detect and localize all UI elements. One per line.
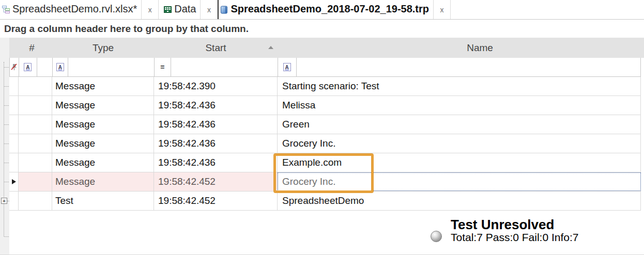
- column-header-name[interactable]: Name: [278, 38, 641, 58]
- row-indicator-cell: [9, 96, 19, 115]
- text-filter-icon: A: [24, 63, 32, 71]
- tab-label[interactable]: SpreadsheetDemo_2018-07-02_19-58.trp: [229, 3, 433, 16]
- status-led-icon: [431, 231, 442, 242]
- current-row-arrow-icon: [12, 179, 16, 184]
- header-indicator-cell: [9, 38, 19, 58]
- tree-tick: [4, 182, 9, 182]
- table-row-selected[interactable]: Message 19:58:42.452 Grocery Inc.: [9, 172, 641, 192]
- status-title: Test Unresolved: [451, 217, 554, 233]
- tree-tick: [4, 67, 9, 68]
- start-filter-input[interactable]: [171, 58, 278, 76]
- name-filter-input[interactable]: [297, 58, 641, 76]
- name-cell[interactable]: SpreadsheetDemo: [278, 192, 641, 210]
- name-cell[interactable]: Melissa: [278, 96, 641, 115]
- row-indicator-cell: [9, 77, 19, 95]
- tab-bar: SpreadsheetDemo.rvl.xlsx* x Data x: [0, 0, 644, 20]
- pin-disabled-icon: [11, 63, 18, 71]
- test-report-window: SpreadsheetDemo.rvl.xlsx* x Data x: [0, 0, 644, 255]
- table-row[interactable]: Message 19:58:42.390 Starting scenario: …: [9, 77, 641, 96]
- hash-cell[interactable]: [19, 134, 52, 153]
- start-filter-type-button[interactable]: =: [155, 58, 171, 76]
- table-row[interactable]: Test 19:58:42.452 SpreadsheetDemo: [9, 192, 641, 211]
- row-indicator-cell: [9, 172, 19, 191]
- equals-filter-icon: =: [160, 63, 164, 71]
- text-filter-icon: A: [56, 63, 64, 71]
- type-filter-input[interactable]: [68, 58, 155, 76]
- name-cell[interactable]: Green: [278, 115, 641, 134]
- hash-cell[interactable]: [19, 153, 52, 172]
- tab-spreadsheetdemo-rvl[interactable]: SpreadsheetDemo.rvl.xlsx*: [0, 0, 141, 19]
- type-filter-type-button[interactable]: A: [53, 58, 68, 76]
- tree-line: [4, 62, 4, 236]
- row-indicator-cell: [9, 153, 19, 172]
- data-spreadsheet-icon: [164, 6, 172, 13]
- sort-ascending-icon: [268, 46, 273, 49]
- type-cell[interactable]: Message: [52, 134, 154, 153]
- tree-tick: [4, 236, 9, 237]
- tree-tick: [4, 105, 9, 106]
- column-header-start[interactable]: Start: [154, 38, 278, 58]
- hash-cell[interactable]: [19, 172, 52, 191]
- table-row[interactable]: Message 19:58:42.436 Melissa: [9, 96, 641, 115]
- name-cell-focused[interactable]: Grocery Inc.: [278, 172, 641, 191]
- table-row[interactable]: Message 19:58:42.436 Example.com: [9, 153, 641, 172]
- column-header-type[interactable]: Type: [52, 38, 154, 58]
- column-header-hash[interactable]: #: [19, 38, 52, 58]
- tab-data[interactable]: Data: [162, 0, 200, 19]
- status-summary: Total:7 Pass:0 Fail:0 Info:7: [451, 231, 578, 244]
- text-filter-icon: A: [283, 63, 291, 71]
- tree-tick: [4, 144, 9, 144]
- row-indicator-cell: [9, 115, 19, 134]
- close-tab-icon[interactable]: x: [141, 0, 159, 19]
- type-cell[interactable]: Message: [52, 115, 154, 134]
- group-by-hint-text: Drag a column header here to group by th…: [0, 23, 249, 35]
- start-cell[interactable]: 19:58:42.436: [154, 134, 278, 153]
- type-cell[interactable]: Test: [52, 192, 154, 210]
- rvl-file-icon: [2, 6, 10, 14]
- grid-rows: Message 19:58:42.390 Starting scenario: …: [9, 77, 641, 211]
- start-cell[interactable]: 19:58:42.452: [154, 192, 278, 210]
- close-tab-icon[interactable]: x: [433, 0, 451, 19]
- type-cell[interactable]: Message: [52, 77, 154, 95]
- test-report-icon: [221, 6, 228, 14]
- name-cell[interactable]: Grocery Inc.: [278, 134, 641, 153]
- start-cell[interactable]: 19:58:42.436: [154, 115, 278, 134]
- tree-tick: [4, 86, 9, 87]
- name-filter-type-button[interactable]: A: [278, 58, 297, 76]
- group-by-panel[interactable]: Drag a column header here to group by th…: [0, 20, 644, 38]
- start-cell[interactable]: 19:58:42.390: [154, 77, 278, 95]
- tab-label[interactable]: Data: [173, 3, 200, 16]
- row-indicator-cell: [9, 192, 19, 210]
- hash-cell[interactable]: [19, 115, 52, 134]
- hash-filter-type-button[interactable]: A: [19, 58, 37, 76]
- row-indicator-cell: [9, 134, 19, 153]
- table-row[interactable]: Message 19:58:42.436 Green: [9, 115, 641, 134]
- hash-cell[interactable]: [19, 192, 52, 210]
- name-cell[interactable]: Example.com: [278, 153, 641, 172]
- pin-filter-cell[interactable]: [10, 58, 19, 76]
- tab-label[interactable]: SpreadsheetDemo.rvl.xlsx*: [11, 3, 141, 16]
- close-tab-icon[interactable]: x: [200, 0, 218, 19]
- hash-cell[interactable]: [19, 96, 52, 115]
- start-cell[interactable]: 19:58:42.436: [154, 153, 278, 172]
- table-row[interactable]: Message 19:58:42.436 Grocery Inc.: [9, 134, 641, 153]
- type-cell[interactable]: Message: [52, 96, 154, 115]
- tree-tick: [4, 163, 9, 163]
- tab-test-report[interactable]: SpreadsheetDemo_2018-07-02_19-58.trp: [219, 0, 433, 19]
- column-header-start-label: Start: [205, 42, 226, 54]
- tree-tick: [7, 201, 9, 201]
- start-cell[interactable]: 19:58:42.436: [154, 96, 278, 115]
- start-cell[interactable]: 19:58:42.452: [154, 172, 278, 191]
- tree-tick: [4, 124, 9, 125]
- grid-header-row: # Type Start Name: [9, 38, 644, 58]
- expand-row-icon[interactable]: +: [1, 198, 7, 204]
- hash-cell[interactable]: [19, 77, 52, 95]
- tree-gutter: [0, 38, 9, 255]
- hash-filter-input[interactable]: [37, 58, 53, 76]
- name-cell[interactable]: Starting scenario: Test: [278, 77, 641, 95]
- type-cell[interactable]: Message: [52, 153, 154, 172]
- grid-filter-row: A A = A: [9, 58, 641, 77]
- type-cell[interactable]: Message: [52, 172, 154, 191]
